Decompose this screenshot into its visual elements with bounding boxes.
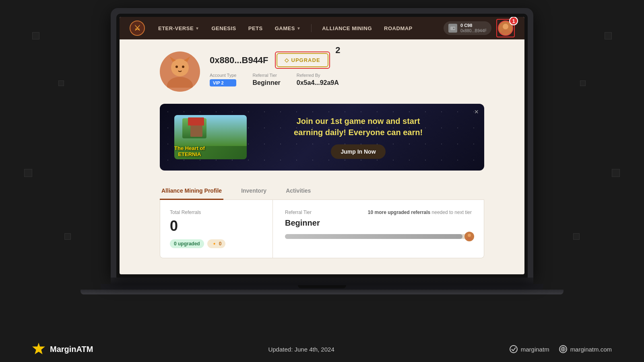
upgraded-badge: 0 upgraded xyxy=(170,239,204,248)
website-link[interactable]: marginatm.com xyxy=(559,345,612,353)
referral-tier-section: Referral Tier 10 more upgraded referrals… xyxy=(285,210,472,239)
nav-divider xyxy=(311,24,312,32)
marginatm-icon xyxy=(32,343,45,356)
update-info: Updated: June 4th, 2024 xyxy=(268,346,334,353)
coin-icon: 🔸 xyxy=(211,241,217,247)
nav-roadmap[interactable]: ROADMAP xyxy=(379,23,417,34)
nav-items: ETER-VERSE ▼ GENESIS PETS GAMES ▼ xyxy=(153,23,444,34)
wallet-address: 0x880...B944F xyxy=(460,29,487,33)
vip-badge: VIP 2 xyxy=(210,79,236,86)
game-name-bold: ETERNIA xyxy=(174,151,205,158)
main-content: 0x880...B944F ◇ UPGRADE 2 xyxy=(120,39,524,266)
screen-bezel: ⚔ ETER-VERSE ▼ GENESIS PETS xyxy=(116,14,528,278)
telegram-link[interactable]: marginatm xyxy=(510,345,549,353)
banner-game-image: The Heart of ETERNIA xyxy=(174,115,247,159)
svg-point-7 xyxy=(167,77,193,88)
laptop-hinge xyxy=(101,284,543,290)
brand-logo[interactable]: ⚔ xyxy=(129,20,145,36)
game-title: The Heart of ETERNIA xyxy=(174,145,205,158)
nav-games[interactable]: GAMES ▼ xyxy=(270,23,306,34)
svg-text:⚔: ⚔ xyxy=(134,24,140,32)
annotation-1-badge: 1 xyxy=(509,17,518,25)
navbar: ⚔ ETER-VERSE ▼ GENESIS PETS xyxy=(120,17,524,39)
nav-eter-verse[interactable]: ETER-VERSE ▼ xyxy=(153,23,204,34)
total-referrals-label: Total Referrals xyxy=(170,210,263,215)
game-name-top: The Heart of xyxy=(174,145,205,152)
referral-tier-card: Referral Tier 10 more upgraded referrals… xyxy=(273,200,484,258)
svg-point-11 xyxy=(182,66,184,68)
globe-icon xyxy=(559,345,567,353)
referred-by-field: Referred By 0x5a4...92a9A xyxy=(297,73,339,86)
nav-pets[interactable]: PETS xyxy=(244,23,268,34)
svg-rect-2 xyxy=(450,27,455,30)
laptop-screen: ⚔ ETER-VERSE ▼ GENESIS PETS xyxy=(111,8,533,278)
progress-bar-track xyxy=(285,234,472,239)
wallet-icon xyxy=(448,24,457,33)
next-tier-info: 10 more upgraded referrals needed to nex… xyxy=(368,210,472,215)
laptop-foot xyxy=(80,290,564,294)
avatar-wrapper: 1 xyxy=(496,19,515,37)
brand-section: MarginATM xyxy=(32,343,93,356)
wallet-info: 0 C98 0x880...B944F xyxy=(460,23,487,33)
nav-right: 0 C98 0x880...B944F 1 xyxy=(444,19,515,37)
svg-point-13 xyxy=(466,237,472,240)
promo-banner: × The Heart of ETERNIA xyxy=(160,104,484,171)
mining-profile-cards: Total Referrals 0 0 upgraded 🔸 0 xyxy=(160,200,484,258)
profile-avatar xyxy=(160,51,200,92)
bottom-bar: MarginATM Updated: June 4th, 2024 margin… xyxy=(0,336,644,362)
upgrade-button[interactable]: ◇ UPGRADE xyxy=(277,53,328,67)
svg-rect-3 xyxy=(453,28,454,29)
tier-name-value: Beginner xyxy=(285,218,472,228)
referral-badges: 0 upgraded 🔸 0 xyxy=(170,239,263,248)
profile-meta: Account Type VIP 2 Referral Tier Beginne… xyxy=(210,73,339,86)
svg-point-10 xyxy=(175,66,178,68)
chevron-down-icon: ▼ xyxy=(297,26,301,31)
coin-badge: 🔸 0 xyxy=(207,239,226,248)
referral-tier-label: Referral Tier xyxy=(252,73,280,78)
referred-by-value: 0x5a4...92a9A xyxy=(297,79,339,86)
diamond-icon: ◇ xyxy=(285,57,289,63)
nav-alliance-mining[interactable]: ALLIANCE MINING xyxy=(317,23,377,34)
bottom-links: marginatm marginatm.com xyxy=(510,345,612,353)
wallet-balance: 0 C98 xyxy=(460,23,487,28)
profile-section: 0x880...B944F ◇ UPGRADE 2 xyxy=(160,51,484,92)
tab-inventory[interactable]: Inventory xyxy=(239,183,268,200)
svg-point-5 xyxy=(501,30,510,34)
telegram-icon xyxy=(510,345,518,353)
wallet-badge[interactable]: 0 C98 0x880...B944F xyxy=(444,21,491,35)
svg-point-4 xyxy=(503,24,508,29)
progress-bar-fill xyxy=(285,234,462,239)
profile-address: 0x880...B944F xyxy=(210,55,268,66)
upgrade-btn-wrapper: ◇ UPGRADE 2 xyxy=(275,51,330,69)
banner-close-button[interactable]: × xyxy=(474,108,479,116)
total-referrals-number: 0 xyxy=(170,218,263,234)
tab-activities[interactable]: Activities xyxy=(284,183,312,200)
account-type-field: Account Type VIP 2 xyxy=(210,73,236,86)
profile-header: 0x880...B944F ◇ UPGRADE 2 xyxy=(210,51,339,69)
chevron-down-icon: ▼ xyxy=(195,26,199,31)
annotation-2-label: 2 xyxy=(335,45,340,56)
referral-tier-field: Referral Tier Beginner xyxy=(252,73,280,86)
nav-genesis[interactable]: GENESIS xyxy=(206,23,241,34)
hinge-notch xyxy=(298,285,346,288)
account-type-label: Account Type xyxy=(210,73,236,78)
laptop-base xyxy=(111,278,533,284)
total-referrals-card: Total Referrals 0 0 upgraded 🔸 0 xyxy=(160,200,273,258)
referred-by-label: Referred By xyxy=(297,73,339,78)
tier-header: Referral Tier 10 more upgraded referrals… xyxy=(285,210,472,215)
tabs-section: Alliance Mining Profile Inventory Activi… xyxy=(160,183,484,200)
tab-alliance-mining-profile[interactable]: Alliance Mining Profile xyxy=(160,183,223,200)
svg-point-12 xyxy=(468,234,471,237)
referral-tier-value: Beginner xyxy=(252,79,280,86)
referral-tier-card-label: Referral Tier xyxy=(285,210,312,215)
brand-name: MarginATM xyxy=(50,345,93,354)
screen-content: ⚔ ETER-VERSE ▼ GENESIS PETS xyxy=(120,17,524,274)
profile-info: 0x880...B944F ◇ UPGRADE 2 xyxy=(210,51,339,86)
progress-avatar-icon xyxy=(464,232,474,241)
